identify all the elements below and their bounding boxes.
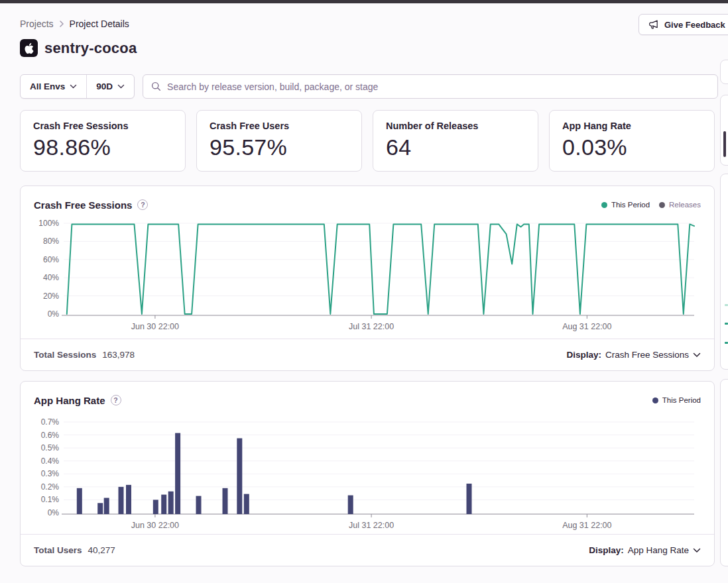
legend-dot (601, 202, 607, 208)
legend-label: Releases (669, 201, 701, 209)
breadcrumb: Projects Project Details (20, 19, 129, 29)
chart-footer: Total Sessions 163,978 Display: Crash Fr… (21, 339, 714, 370)
chevron-right-icon (59, 20, 64, 28)
stat-value: 0.03% (562, 134, 701, 160)
display-label: Display: (589, 545, 624, 555)
svg-text:Jun 30 22:00: Jun 30 22:00 (131, 322, 179, 331)
stat-label: Crash Free Sessions (33, 121, 172, 131)
chart-legend: This Period Releases (601, 201, 701, 209)
give-feedback-button[interactable]: Give Feedback (638, 14, 728, 35)
stat-card-app-hang-rate: App Hang Rate 0.03% (549, 110, 715, 172)
svg-text:Aug 31 22:00: Aug 31 22:00 (562, 322, 611, 331)
svg-text:100%: 100% (38, 219, 59, 228)
chart-footer: Total Users 40,277 Display: App Hang Rat… (21, 534, 714, 566)
page-filter-group: All Envs 90D (20, 74, 135, 99)
chart-header: Crash Free Sessions ? This Period Releas… (21, 186, 714, 214)
stat-value: 95.57% (210, 134, 349, 160)
stat-card-crash-free-users: Crash Free Users 95.57% (196, 110, 362, 172)
environment-filter-dropdown[interactable]: All Envs (21, 75, 86, 98)
chevron-down-icon (693, 548, 701, 553)
svg-text:60%: 60% (43, 255, 59, 264)
project-title: sentry-cocoa (44, 40, 137, 57)
display-metric-dropdown[interactable]: Display: App Hang Rate (589, 545, 701, 555)
chevron-down-icon (693, 352, 701, 358)
svg-text:0.5%: 0.5% (41, 443, 60, 452)
app-hang-rate-bar-chart: 0.7%0.6%0.5%0.4%0.3%0.2%0.1%0%Jun 30 22:… (21, 412, 714, 534)
stat-label: Number of Releases (386, 121, 525, 131)
clipped-panel-fragment (723, 131, 726, 157)
apple-platform-icon (20, 39, 38, 57)
svg-text:Jul 31 22:00: Jul 31 22:00 (349, 521, 394, 530)
stats-summary-row: Crash Free Sessions 98.86% Crash Free Us… (20, 110, 715, 172)
total-sessions-value: 163,978 (102, 350, 135, 360)
legend-item-this-period[interactable]: This Period (601, 201, 650, 209)
stat-label: Crash Free Users (210, 121, 349, 131)
search-icon (151, 81, 161, 91)
svg-text:0.4%: 0.4% (41, 456, 60, 466)
project-header: sentry-cocoa (20, 39, 137, 57)
display-value: App Hang Rate (628, 545, 689, 555)
svg-text:0.1%: 0.1% (41, 495, 60, 504)
svg-text:Jun 30 22:00: Jun 30 22:00 (131, 521, 179, 530)
help-question-icon[interactable]: ? (111, 395, 121, 405)
legend-item-releases[interactable]: Releases (659, 201, 701, 209)
legend-label: This Period (662, 396, 701, 404)
total-users-label: Total Users (34, 545, 82, 555)
give-feedback-label: Give Feedback (664, 20, 725, 30)
clipped-panel-fragment (720, 60, 728, 84)
filter-bar: All Envs 90D (20, 74, 718, 99)
release-search-box (143, 74, 718, 99)
clipped-panel-fragment (725, 323, 728, 325)
total-sessions-label: Total Sessions (34, 350, 96, 360)
svg-text:40%: 40% (43, 273, 59, 282)
stat-value: 98.86% (33, 134, 172, 160)
chevron-down-icon (70, 84, 77, 89)
legend-dot (652, 398, 658, 403)
legend-item-this-period[interactable]: This Period (652, 396, 701, 404)
date-range-label: 90D (96, 81, 113, 91)
legend-label: This Period (611, 201, 650, 209)
stat-card-crash-free-sessions: Crash Free Sessions 98.86% (20, 110, 186, 172)
svg-text:20%: 20% (43, 292, 59, 301)
total-users-value: 40,277 (88, 545, 115, 555)
crash-free-sessions-chart-card: Crash Free Sessions ? This Period Releas… (20, 186, 715, 371)
svg-text:0%: 0% (48, 508, 60, 517)
svg-text:Jul 31 22:00: Jul 31 22:00 (349, 322, 394, 331)
chevron-down-icon (117, 84, 125, 89)
chart-legend: This Period (652, 396, 701, 404)
environment-filter-label: All Envs (30, 81, 65, 91)
clipped-panel-fragment (725, 304, 728, 306)
svg-text:80%: 80% (43, 237, 59, 246)
date-range-dropdown[interactable]: 90D (87, 75, 134, 98)
display-value: Crash Free Sessions (605, 350, 689, 360)
crash-free-sessions-line-chart: 100%80%60%40%20%0%Jun 30 22:00Jul 31 22:… (21, 217, 714, 339)
top-border-bar (0, 0, 728, 3)
legend-dot (659, 202, 665, 208)
stat-value: 64 (386, 134, 525, 160)
svg-text:0.6%: 0.6% (41, 431, 60, 440)
chart-title: App Hang Rate (34, 395, 105, 406)
clipped-panel-fragment (720, 379, 728, 566)
clipped-panel-fragment (725, 342, 728, 344)
svg-text:0.7%: 0.7% (41, 417, 60, 427)
megaphone-icon (648, 19, 659, 30)
stat-label: App Hang Rate (562, 121, 701, 131)
chart-header: App Hang Rate ? This Period (21, 382, 714, 409)
app-hang-rate-chart-card: App Hang Rate ? This Period 0.7%0.6%0.5%… (20, 381, 715, 566)
display-metric-dropdown[interactable]: Display: Crash Free Sessions (566, 350, 701, 360)
svg-text:0.3%: 0.3% (41, 469, 60, 478)
display-label: Display: (566, 350, 601, 360)
svg-text:0.2%: 0.2% (41, 482, 60, 492)
breadcrumb-current: Project Details (70, 19, 129, 29)
release-search-input[interactable] (167, 81, 709, 92)
svg-text:Aug 31 22:00: Aug 31 22:00 (562, 521, 611, 530)
clipped-panel-fragment (720, 174, 728, 370)
svg-text:0%: 0% (48, 309, 60, 319)
chart-title: Crash Free Sessions (34, 199, 132, 211)
help-question-icon[interactable]: ? (137, 199, 148, 210)
breadcrumb-projects-link[interactable]: Projects (20, 19, 54, 29)
stat-card-number-of-releases: Number of Releases 64 (373, 110, 538, 172)
